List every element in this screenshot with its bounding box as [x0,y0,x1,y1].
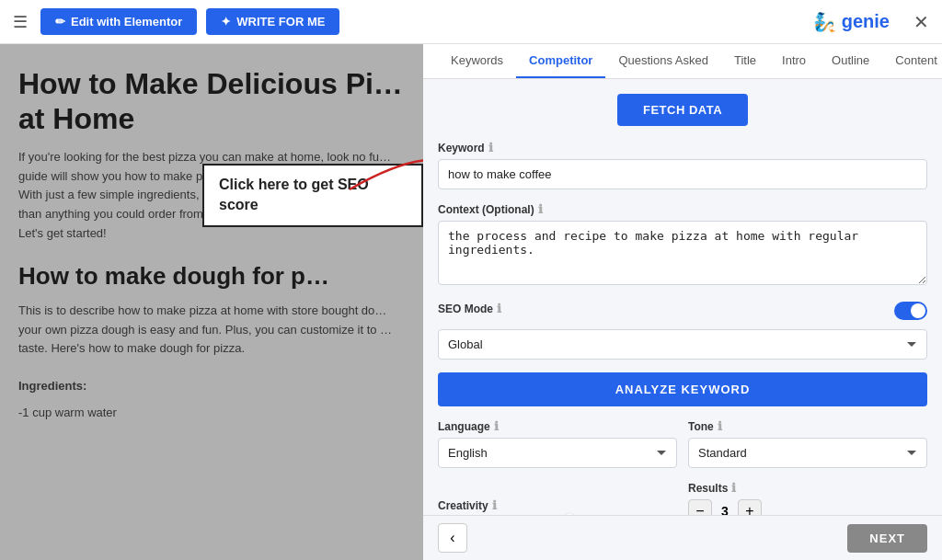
tab-intro[interactable]: Intro [769,44,819,78]
language-info-icon[interactable]: ℹ [494,419,499,433]
seo-mode-toggle[interactable] [894,302,927,320]
language-label: Language ℹ [438,419,677,433]
tab-competitor[interactable]: Competitor [516,44,605,78]
toolbar: ☰ ✏ Edit with Elementor ✦ WRITE FOR ME 🧞… [0,0,942,44]
tab-title[interactable]: Title [721,44,769,78]
logo-icon: 🧞 [813,11,836,33]
ingredients-label: Ingredients: [18,377,405,396]
left-panel: How to Make Delicious Pi… at Home If you… [0,44,423,560]
language-select[interactable]: English [438,438,677,468]
tone-label: Tone ℹ [688,419,927,433]
keyword-group: Keyword ℹ [438,141,927,189]
results-info-icon[interactable]: ℹ [731,481,736,495]
tab-outline[interactable]: Outline [819,44,882,78]
language-tone-row: Language ℹ English Tone ℹ Standard [438,419,927,468]
toggle-knob [911,303,925,318]
tab-content[interactable]: Content [882,44,942,78]
logo: 🧞 genie [813,11,890,33]
results-plus-button[interactable]: + [738,499,762,515]
keyword-input[interactable] [438,159,927,189]
tone-info-icon[interactable]: ℹ [718,419,722,433]
creativity-label: Creativity ℹ [438,498,677,512]
context-info-icon[interactable]: ℹ [538,202,543,216]
write-for-me-button[interactable]: ✦ WRITE FOR ME [206,8,339,35]
fetch-data-button[interactable]: FETCH DATA [617,94,748,126]
article-subheading: How to make dough for p… [18,262,405,291]
menu-icon[interactable]: ☰ [13,12,28,32]
elementor-icon: ✏ [55,15,65,29]
global-select-group: Global [438,329,927,360]
creativity-results-row: Creativity ℹ Results ℹ − 3 [438,481,927,515]
ingredient-item: -1 cup warm water [18,404,405,423]
tab-questions-asked[interactable]: Questions Asked [605,44,721,78]
analyze-keyword-button[interactable]: ANALYZE KEYWORD [438,372,927,406]
seo-score-tooltip[interactable]: Click here to get SEO score [202,164,423,227]
article-paragraph2: This is to describe how to make pizza at… [18,302,405,359]
seo-mode-label: SEO Mode ℹ [438,302,501,315]
next-button[interactable]: NEXT [847,524,927,553]
back-button[interactable]: ‹ [438,523,467,553]
creativity-group: Creativity ℹ [438,498,677,515]
context-textarea[interactable]: the process and recipe to make pizza at … [438,221,927,285]
close-button[interactable]: ✕ [913,11,929,33]
results-group: Results ℹ − 3 + [688,481,927,515]
creativity-info-icon[interactable]: ℹ [492,498,497,512]
fetch-area: FETCH DATA [438,94,927,126]
global-select[interactable]: Global [438,329,927,360]
results-value: 3 [718,504,732,515]
tab-bar: Keywords Competitor Questions Asked Titl… [423,44,942,79]
bottom-nav: ‹ NEXT [423,515,942,560]
context-group: Context (Optional) ℹ the process and rec… [438,202,927,289]
write-icon: ✦ [221,15,231,29]
edit-elementor-button[interactable]: ✏ Edit with Elementor [40,8,197,35]
keyword-label: Keyword ℹ [438,141,927,154]
right-panel: Keywords Competitor Questions Asked Titl… [423,44,942,560]
results-stepper: − 3 + [688,499,927,515]
panel-content: FETCH DATA Keyword ℹ Context (Optional) … [423,79,942,515]
results-minus-button[interactable]: − [688,499,712,515]
results-label: Results ℹ [688,481,927,495]
article-heading: How to Make Delicious Pi… at Home [18,66,405,137]
keyword-info-icon[interactable]: ℹ [488,141,493,154]
seo-mode-info-icon[interactable]: ℹ [497,302,501,315]
context-label: Context (Optional) ℹ [438,202,927,216]
tab-keywords[interactable]: Keywords [438,44,516,78]
tone-group: Tone ℹ Standard [688,419,927,468]
language-group: Language ℹ English [438,419,677,468]
seo-mode-row: SEO Mode ℹ [438,302,927,320]
tone-select[interactable]: Standard [688,438,927,468]
main-layout: How to Make Delicious Pi… at Home If you… [0,44,942,560]
